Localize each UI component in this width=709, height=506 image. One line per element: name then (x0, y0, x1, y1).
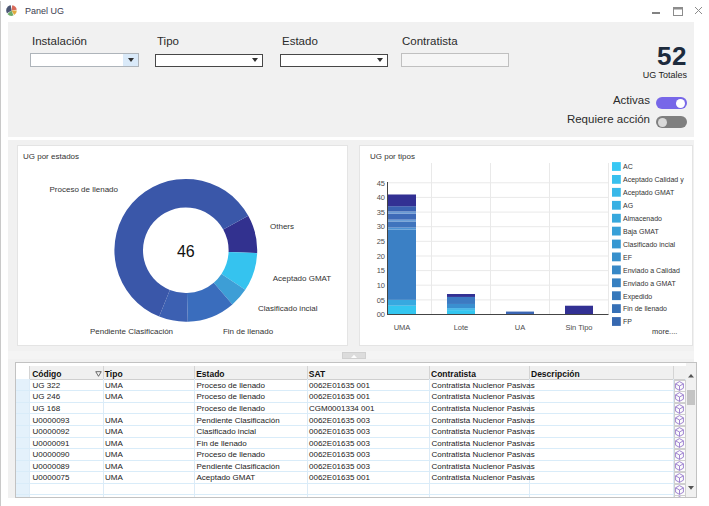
svg-text:30: 30 (377, 222, 385, 231)
svg-text:more....: more.... (652, 327, 677, 336)
svg-text:05: 05 (377, 296, 385, 305)
svg-text:Sin Tipo: Sin Tipo (565, 323, 592, 332)
svg-text:Almacenado: Almacenado (623, 215, 662, 222)
svg-text:20: 20 (377, 252, 385, 261)
svg-text:Enviado a Calidad: Enviado a Calidad (623, 267, 680, 274)
svg-text:EF: EF (623, 254, 632, 261)
svg-text:Clasificado incial: Clasificado incial (623, 241, 676, 248)
svg-text:Pendiente Clasificación: Pendiente Clasificación (90, 327, 173, 336)
svg-text:AC: AC (623, 163, 633, 170)
svg-text:00: 00 (377, 310, 385, 319)
svg-text:40: 40 (377, 193, 385, 202)
svg-text:UMA: UMA (394, 323, 411, 332)
svg-text:Expedido: Expedido (623, 293, 652, 301)
svg-text:45: 45 (377, 179, 385, 188)
svg-text:15: 15 (377, 266, 385, 275)
svg-text:Aceptado Calidad y: Aceptado Calidad y (623, 176, 684, 184)
svg-text:Aceptado GMAT: Aceptado GMAT (273, 274, 332, 283)
svg-text:Proceso de llenado: Proceso de llenado (50, 185, 119, 194)
svg-text:10: 10 (377, 281, 385, 290)
svg-text:AG: AG (623, 202, 633, 209)
svg-text:Aceptado GMAT: Aceptado GMAT (623, 189, 675, 197)
svg-text:Clasificado incial: Clasificado incial (258, 304, 318, 313)
svg-text:Enviado a GMAT: Enviado a GMAT (623, 280, 677, 287)
svg-text:UA: UA (515, 323, 525, 332)
svg-text:25: 25 (377, 237, 385, 246)
svg-text:Lote: Lote (454, 323, 469, 332)
svg-text:Fin de llenado: Fin de llenado (623, 305, 667, 312)
svg-text:Others: Others (270, 222, 294, 231)
svg-text:Fin de llenado: Fin de llenado (223, 327, 274, 336)
svg-text:35: 35 (377, 208, 385, 217)
svg-text:Baja GMAT: Baja GMAT (623, 228, 659, 236)
svg-text:46: 46 (177, 243, 195, 260)
svg-text:FP: FP (623, 318, 632, 325)
